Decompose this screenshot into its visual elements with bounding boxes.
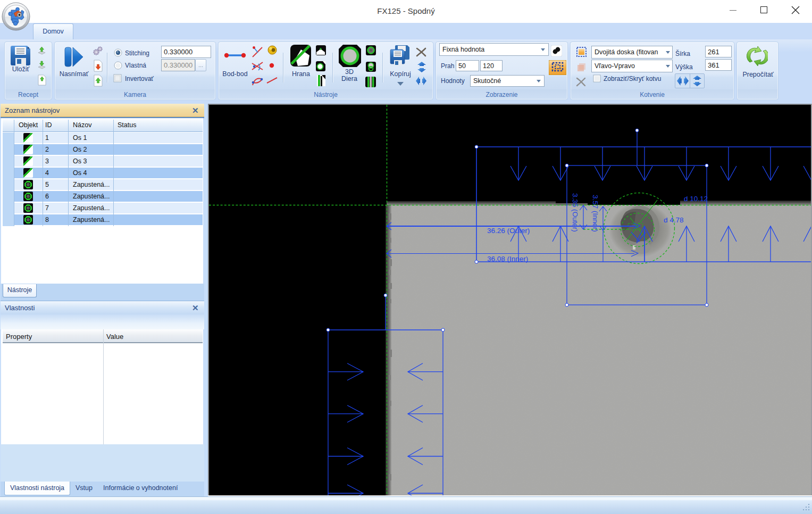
svg-text:3.57 (Inner): 3.57 (Inner) bbox=[591, 195, 599, 232]
svg-text:3.35 (Outer): 3.35 (Outer) bbox=[571, 193, 579, 232]
svg-text:d 10.12: d 10.12 bbox=[684, 195, 708, 203]
svg-text:d 4.78: d 4.78 bbox=[664, 216, 684, 224]
svg-text:36.26 (Outer): 36.26 (Outer) bbox=[487, 227, 530, 235]
svg-text:36.08 (Inner): 36.08 (Inner) bbox=[487, 255, 528, 263]
